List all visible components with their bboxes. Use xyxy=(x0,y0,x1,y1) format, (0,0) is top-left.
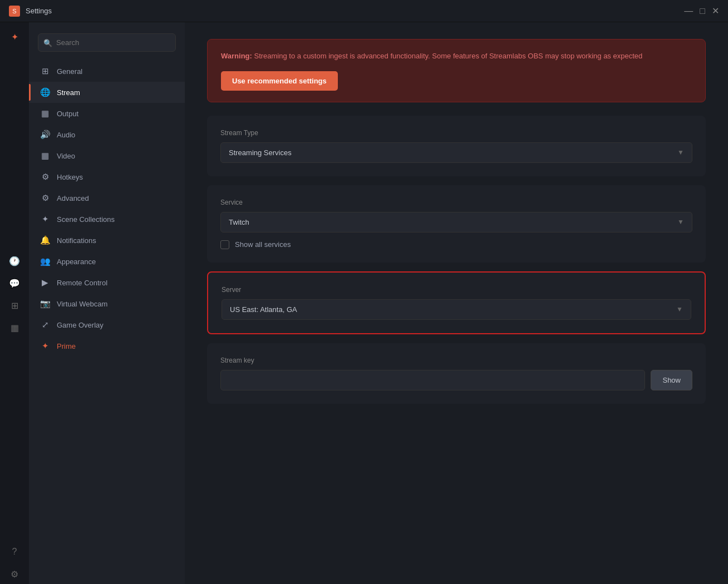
content-area: Warning: Streaming to a custom ingest is… xyxy=(185,22,728,584)
remote-control-label: Remote Control xyxy=(57,279,107,287)
warning-banner: Warning: Streaming to a custom ingest is… xyxy=(207,39,706,102)
sidebar-item-appearance[interactable]: 👥 Appearance xyxy=(29,251,185,272)
main-content: ✦ 🕐 💬 ⊞ ▦ ? ⚙ 🔍 ⊞ General 🌐 xyxy=(0,22,728,584)
search-input[interactable] xyxy=(38,33,176,52)
service-section: Service Twitch ▼ Show all services xyxy=(207,185,706,263)
warning-prefix: Warning: xyxy=(221,52,252,60)
use-recommended-button[interactable]: Use recommended settings xyxy=(221,71,338,91)
icon-strip-settings[interactable]: ⚙ xyxy=(4,564,24,584)
stream-type-label: Stream Type xyxy=(220,129,692,137)
scene-collections-label: Scene Collections xyxy=(57,215,115,224)
sidebar-item-prime[interactable]: ✦ Prime xyxy=(29,335,185,357)
stream-type-value: Streaming Services xyxy=(229,149,292,157)
scene-collections-icon: ✦ xyxy=(40,214,50,224)
general-label: General xyxy=(57,67,82,76)
sidebar-item-hotkeys[interactable]: ⚙ Hotkeys xyxy=(29,166,185,187)
notifications-label: Notifications xyxy=(57,236,96,245)
stream-type-dropdown[interactable]: Streaming Services ▼ xyxy=(220,142,692,163)
hotkeys-label: Hotkeys xyxy=(57,173,83,181)
general-icon: ⊞ xyxy=(40,66,50,76)
stream-key-section: Stream key Show xyxy=(207,343,706,404)
sidebar-item-scene-collections[interactable]: ✦ Scene Collections xyxy=(29,209,185,230)
prime-icon: ✦ xyxy=(40,341,50,351)
sidebar: 🔍 ⊞ General 🌐 Stream ▦ Output 🔊 Audio xyxy=(29,22,185,584)
service-dropdown[interactable]: Twitch ▼ xyxy=(220,212,692,232)
app-window: S Settings — □ ✕ ✦ 🕐 💬 ⊞ ▦ ? ⚙ 🔍 xyxy=(0,0,728,584)
show-all-services-row: Show all services xyxy=(220,240,692,249)
icon-strip-stats[interactable]: ▦ xyxy=(4,318,24,338)
show-stream-key-button[interactable]: Show xyxy=(651,370,692,390)
maximize-button[interactable]: □ xyxy=(700,7,705,16)
audio-label: Audio xyxy=(57,131,75,139)
warning-message: Streaming to a custom ingest is advanced… xyxy=(254,52,642,60)
server-section: Server US East: Atlanta, GA ▼ xyxy=(207,271,706,334)
remote-control-icon: ▶ xyxy=(40,278,50,288)
notifications-icon: 🔔 xyxy=(40,235,50,245)
window-controls: — □ ✕ xyxy=(684,7,719,16)
stream-key-input[interactable] xyxy=(220,370,645,390)
show-all-services-label[interactable]: Show all services xyxy=(235,240,291,249)
close-button[interactable]: ✕ xyxy=(712,7,719,16)
icon-strip-chat[interactable]: 💬 xyxy=(4,273,24,293)
game-overlay-icon: ⤢ xyxy=(40,320,50,330)
show-all-services-checkbox[interactable] xyxy=(220,240,229,249)
stream-label: Stream xyxy=(57,88,80,97)
stream-key-label: Stream key xyxy=(220,357,692,364)
icon-strip-grid[interactable]: ⊞ xyxy=(4,295,24,315)
sidebar-item-virtual-webcam[interactable]: 📷 Virtual Webcam xyxy=(29,293,185,314)
advanced-label: Advanced xyxy=(57,194,89,202)
video-label: Video xyxy=(57,152,75,160)
sidebar-item-video[interactable]: ▦ Video xyxy=(29,145,185,166)
server-label: Server xyxy=(222,286,691,294)
icon-strip-logo[interactable]: ✦ xyxy=(4,27,24,47)
stream-key-row: Show xyxy=(220,370,692,390)
appearance-icon: 👥 xyxy=(40,256,50,266)
service-chevron-icon: ▼ xyxy=(677,218,684,226)
sidebar-item-general[interactable]: ⊞ General xyxy=(29,61,185,82)
hotkeys-icon: ⚙ xyxy=(40,172,50,182)
search-icon: 🔍 xyxy=(43,38,52,47)
audio-icon: 🔊 xyxy=(40,130,50,140)
window-title: Settings xyxy=(26,7,684,15)
service-value: Twitch xyxy=(229,218,249,226)
virtual-webcam-icon: 📷 xyxy=(40,299,50,309)
icon-strip-help[interactable]: ? xyxy=(4,542,24,562)
sidebar-item-advanced[interactable]: ⚙ Advanced xyxy=(29,187,185,209)
server-dropdown[interactable]: US East: Atlanta, GA ▼ xyxy=(222,299,691,320)
service-label: Service xyxy=(220,199,692,206)
prime-label: Prime xyxy=(57,342,76,350)
stream-type-section: Stream Type Streaming Services ▼ xyxy=(207,116,706,176)
stream-icon: 🌐 xyxy=(40,87,50,97)
sidebar-item-notifications[interactable]: 🔔 Notifications xyxy=(29,230,185,251)
sidebar-item-output[interactable]: ▦ Output xyxy=(29,103,185,124)
server-value: US East: Atlanta, GA xyxy=(230,305,297,314)
stream-type-chevron-icon: ▼ xyxy=(677,149,684,156)
warning-text: Warning: Streaming to a custom ingest is… xyxy=(221,51,692,62)
appearance-label: Appearance xyxy=(57,258,96,266)
icon-strip-clock[interactable]: 🕐 xyxy=(4,251,24,271)
sidebar-item-remote-control[interactable]: ▶ Remote Control xyxy=(29,272,185,293)
title-bar: S Settings — □ ✕ xyxy=(0,0,728,22)
sidebar-item-stream[interactable]: 🌐 Stream xyxy=(29,82,185,103)
icon-strip: ✦ 🕐 💬 ⊞ ▦ ? ⚙ xyxy=(0,22,29,584)
output-icon: ▦ xyxy=(40,108,50,118)
app-icon: S xyxy=(9,6,20,17)
sidebar-item-audio[interactable]: 🔊 Audio xyxy=(29,124,185,145)
video-icon: ▦ xyxy=(40,151,50,161)
minimize-button[interactable]: — xyxy=(684,7,693,16)
virtual-webcam-label: Virtual Webcam xyxy=(57,300,107,308)
advanced-icon: ⚙ xyxy=(40,193,50,203)
server-chevron-icon: ▼ xyxy=(676,305,683,313)
sidebar-item-game-overlay[interactable]: ⤢ Game Overlay xyxy=(29,314,185,335)
search-container: 🔍 xyxy=(29,29,185,61)
game-overlay-label: Game Overlay xyxy=(57,321,104,329)
search-wrapper: 🔍 xyxy=(38,33,176,52)
output-label: Output xyxy=(57,110,78,118)
